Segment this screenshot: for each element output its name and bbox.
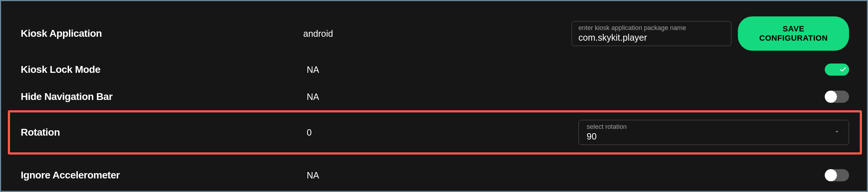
control-ignore-accelerometer <box>578 169 849 181</box>
label-kiosk-application: Kiosk Application <box>21 28 303 39</box>
label-hide-navigation-bar: Hide Navigation Bar <box>21 91 307 102</box>
label-ignore-accelerometer: Ignore Accelerometer <box>21 170 307 181</box>
value-rotation: 0 <box>307 127 578 138</box>
kiosk-package-input[interactable] <box>578 32 725 43</box>
row-kiosk-application: Kiosk Application android enter kiosk ap… <box>21 11 849 56</box>
value-kiosk-application: android <box>303 29 572 39</box>
control-hide-navigation-bar <box>578 91 849 103</box>
label-rotation: Rotation <box>21 127 307 138</box>
label-kiosk-lock-mode: Kiosk Lock Mode <box>21 64 307 75</box>
row-ignore-accelerometer: Ignore Accelerometer NA <box>21 162 849 189</box>
control-rotation: select rotation 90 <box>578 120 849 145</box>
value-hide-navigation-bar: NA <box>307 92 578 102</box>
kiosk-lock-toggle[interactable] <box>825 64 849 76</box>
control-kiosk-application: enter kiosk application package name SAV… <box>572 16 849 51</box>
hide-nav-toggle[interactable] <box>825 91 849 103</box>
chevron-down-icon <box>834 128 840 136</box>
toggle-knob <box>825 169 837 181</box>
control-kiosk-lock-mode <box>578 64 849 76</box>
kiosk-package-input-wrapper[interactable]: enter kiosk application package name <box>572 21 731 46</box>
rotation-select[interactable]: select rotation 90 <box>578 120 849 145</box>
toggle-knob <box>837 64 849 76</box>
spacer <box>21 155 849 162</box>
row-rotation: Rotation 0 select rotation 90 <box>8 110 862 155</box>
check-icon <box>839 66 847 73</box>
toggle-knob <box>825 91 837 103</box>
save-configuration-button[interactable]: SAVE CONFIGURATION <box>738 16 849 51</box>
row-hide-navigation-bar: Hide Navigation Bar NA <box>21 83 849 110</box>
row-kiosk-lock-mode: Kiosk Lock Mode NA <box>21 56 849 83</box>
ignore-accel-toggle[interactable] <box>825 169 849 181</box>
value-ignore-accelerometer: NA <box>307 170 578 181</box>
kiosk-package-input-label: enter kiosk application package name <box>578 24 725 32</box>
settings-panel: Kiosk Application android enter kiosk ap… <box>1 1 867 191</box>
rotation-select-label: select rotation <box>587 123 841 131</box>
rotation-select-value: 90 <box>587 131 841 142</box>
value-kiosk-lock-mode: NA <box>307 65 578 75</box>
